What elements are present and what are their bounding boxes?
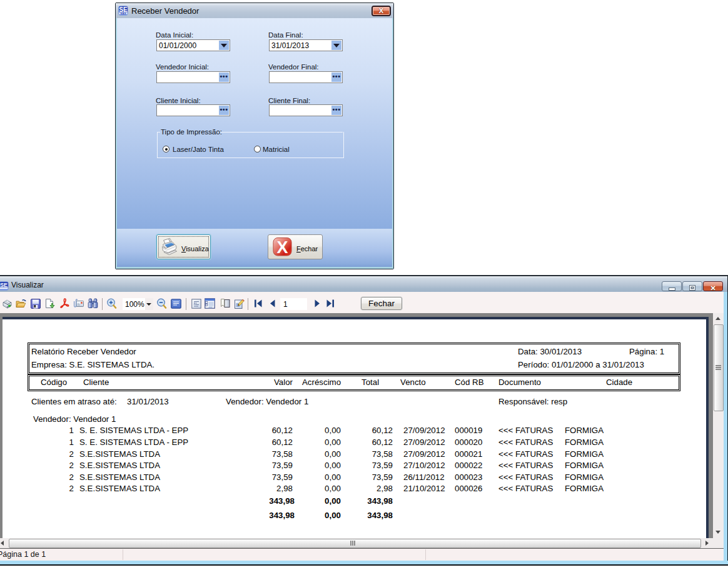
svg-text:X: X xyxy=(276,238,288,257)
svg-text:SIAS: SIAS xyxy=(120,12,126,15)
svg-text:SE: SE xyxy=(0,282,8,288)
